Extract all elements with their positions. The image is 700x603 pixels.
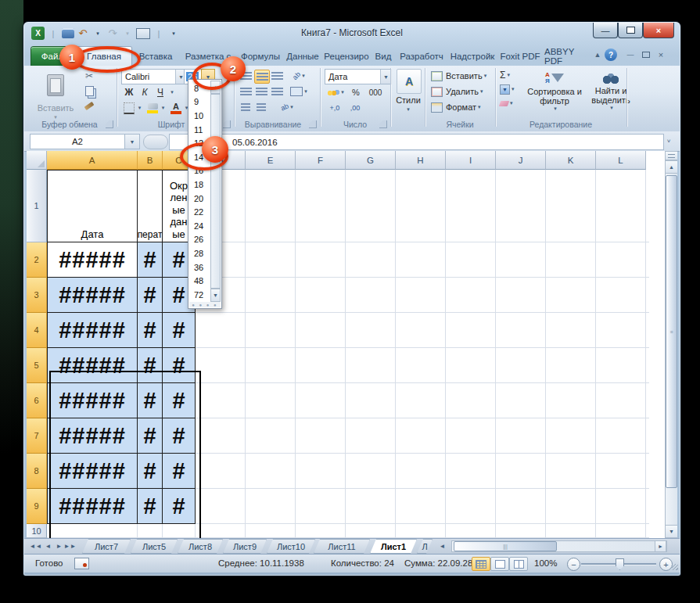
number-format-dropdown-icon[interactable]: ▼	[380, 70, 391, 84]
workbook-restore-icon[interactable]	[640, 48, 652, 61]
cell-B6[interactable]: #	[138, 383, 163, 418]
orientation-button[interactable]: ab▾	[290, 70, 307, 82]
cell-B9[interactable]: #	[138, 489, 163, 524]
accounting-format-button[interactable]: ▾	[326, 86, 345, 99]
row-header-8[interactable]: 8	[27, 454, 47, 489]
align-center-button[interactable]	[254, 85, 268, 98]
font-name-combo[interactable]: Calibri ▼	[121, 69, 187, 84]
align-bottom-button[interactable]	[270, 70, 284, 82]
cell-C9[interactable]: #	[163, 489, 196, 524]
sheet-tab-Л[interactable]: Л	[417, 539, 433, 554]
autosum-button[interactable]: Σ▾	[500, 70, 520, 81]
sheet-tab-Лист9[interactable]: Лист9	[223, 539, 267, 554]
workbook-minimize-icon[interactable]: —	[625, 48, 636, 61]
cell-A2[interactable]: #####	[47, 242, 138, 278]
zoom-level[interactable]: 100%	[534, 558, 557, 568]
col-header-F[interactable]: F	[296, 151, 346, 170]
zoom-out-button[interactable]: −	[567, 558, 580, 571]
cell-C4[interactable]: #	[163, 313, 196, 348]
hscroll-right-icon[interactable]: ►	[655, 540, 666, 552]
dd-resize-grip[interactable]: ● ● ● ●	[189, 302, 221, 307]
cell-A1[interactable]: Дата	[47, 170, 138, 242]
font-color-button[interactable]: А	[170, 102, 182, 114]
row-header-9[interactable]: 9	[27, 489, 47, 524]
close-button[interactable]: ×	[643, 23, 674, 38]
row-header-7[interactable]: 7	[27, 418, 47, 454]
styles-dropdown-icon[interactable]: ▾	[404, 106, 412, 113]
col-header-I[interactable]: I	[446, 151, 496, 170]
hscroll-thumb[interactable]: |||	[454, 541, 557, 551]
cell-B8[interactable]: #	[138, 454, 163, 489]
row-header-3[interactable]: 3	[27, 278, 47, 313]
thousands-button[interactable]: 000	[365, 86, 386, 99]
cell-B4[interactable]: #	[138, 313, 163, 348]
sheet-tab-Лист8[interactable]: Лист8	[178, 539, 223, 554]
select-all-corner[interactable]	[27, 151, 47, 170]
cell-C5[interactable]: #	[163, 348, 196, 383]
increase-indent-button[interactable]	[254, 101, 268, 113]
percent-button[interactable]: %	[350, 86, 362, 99]
col-header-E[interactable]: E	[246, 151, 296, 170]
sheet-tab-Лист10[interactable]: Лист10	[267, 539, 315, 554]
cell-B5[interactable]: #	[138, 348, 163, 383]
name-box[interactable]: A2	[30, 134, 125, 149]
align-right-button[interactable]	[270, 85, 284, 98]
delete-cells-button[interactable]: Удалить ▾	[431, 85, 498, 98]
row-header-1[interactable]: 1	[27, 170, 47, 242]
row-header-4[interactable]: 4	[27, 313, 47, 348]
sheet-tab-Лист11[interactable]: Лист11	[314, 539, 370, 554]
font-dialog-launcher[interactable]	[223, 120, 231, 128]
cell-B2[interactable]: #	[138, 242, 163, 278]
sort-filter-button[interactable]: АЯ Сортировка и фильтр ▾	[525, 69, 584, 114]
cell-A6[interactable]: #####	[47, 383, 138, 418]
align-middle-button[interactable]	[254, 70, 270, 84]
cut-icon[interactable]: ✂	[82, 70, 96, 81]
vscroll-up-icon[interactable]: ▲	[665, 160, 677, 174]
fill-color-dropdown-icon[interactable]: ▾	[160, 102, 167, 114]
name-box-dropdown-icon[interactable]: ▼	[124, 134, 140, 149]
insert-function-button[interactable]	[143, 135, 168, 149]
cell-C6[interactable]: #	[163, 383, 196, 418]
tab-developer[interactable]: Разработч	[397, 47, 446, 66]
insert-cells-button[interactable]: Вставить ▾	[431, 70, 498, 82]
cell-A5[interactable]: #####	[47, 348, 138, 383]
cell-A8[interactable]: #####	[47, 454, 138, 489]
align-left-button[interactable]	[239, 85, 253, 98]
resize-grip-icon[interactable]	[672, 564, 678, 570]
italic-button[interactable]: К	[138, 86, 151, 99]
vscroll-thumb[interactable]: ≡	[666, 175, 677, 488]
clear-button[interactable]: ▾	[500, 98, 520, 109]
cell-C7[interactable]: #	[163, 418, 196, 454]
fill-color-button[interactable]	[146, 102, 159, 114]
tab-view[interactable]: Вид	[372, 47, 394, 66]
format-painter-icon[interactable]	[82, 100, 96, 111]
underline-button[interactable]: Ч	[154, 86, 167, 99]
tab-data[interactable]: Данные	[285, 47, 321, 66]
borders-dropdown-icon[interactable]: ▾	[136, 102, 143, 114]
view-normal-button[interactable]	[472, 557, 490, 571]
fill-button[interactable]: ▼ ▾	[500, 84, 520, 95]
bold-button[interactable]: Ж	[123, 86, 135, 99]
row-header-6[interactable]: 6	[27, 383, 47, 418]
cell-B3[interactable]: #	[138, 278, 163, 313]
alignment-dialog-launcher[interactable]	[309, 120, 317, 128]
paste-button[interactable]	[41, 69, 70, 102]
col-header-G[interactable]: G	[346, 151, 396, 170]
increase-decimal-button[interactable]: +,0	[326, 102, 343, 114]
dd-scrollbar[interactable]	[210, 94, 221, 289]
minimize-button[interactable]: —	[593, 23, 618, 38]
restore-button[interactable]	[618, 23, 643, 38]
formula-input[interactable]: 05.06.2016	[169, 134, 664, 150]
workbook-close-icon[interactable]: ×	[655, 48, 666, 61]
view-page-break-button[interactable]	[509, 557, 528, 571]
format-cells-button[interactable]: Формат ▾	[431, 101, 498, 113]
styles-button[interactable]: A	[397, 69, 422, 94]
borders-button[interactable]	[123, 102, 135, 114]
cell-A7[interactable]: #####	[47, 418, 138, 454]
col-header-A[interactable]: A	[47, 151, 138, 170]
tab-review[interactable]: Рецензиро	[324, 47, 369, 66]
row-header-10[interactable]: 10	[27, 524, 47, 538]
tab-addins[interactable]: Надстройк	[449, 47, 496, 66]
decrease-decimal-button[interactable]: ,00	[346, 102, 364, 114]
zoom-slider-handle[interactable]	[616, 558, 624, 570]
